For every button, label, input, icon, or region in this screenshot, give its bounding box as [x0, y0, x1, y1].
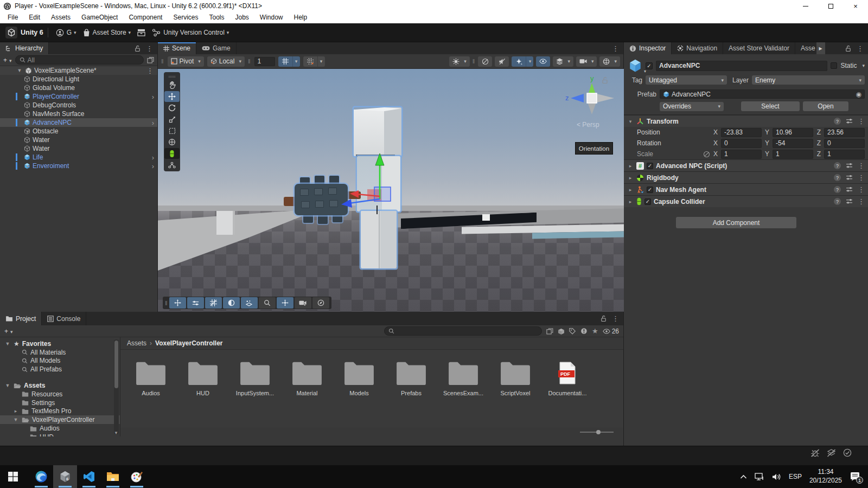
tab-project[interactable]: Project — [0, 312, 42, 325]
status-ok-icon[interactable] — [843, 448, 852, 457]
lock-icon[interactable] — [135, 45, 141, 52]
asset-folder-prefabs[interactable]: Prefabs — [390, 359, 433, 396]
scene-viewport[interactable]: ══ y z < Persp Orie — [158, 69, 624, 312]
tray-expand-icon[interactable] — [740, 474, 747, 479]
show-children-icon[interactable]: › — [152, 119, 154, 126]
component-expander-icon[interactable]: ▸ — [627, 175, 634, 181]
project-tree-all-prefabs[interactable]: All Prefabs — [0, 365, 120, 374]
project-tree-resources[interactable]: Resources — [0, 390, 120, 399]
presets-icon[interactable] — [846, 187, 853, 192]
position-y-field[interactable]: 10.96 — [773, 128, 813, 137]
asset-folder-hud[interactable]: HUD — [181, 359, 225, 396]
tab-console[interactable]: Console — [42, 312, 86, 325]
tab-game[interactable]: Game — [196, 42, 237, 54]
asset-folder-models[interactable]: Models — [337, 359, 381, 396]
tab-scroll-right-icon[interactable]: ▶ — [816, 42, 825, 54]
overlay-search-button[interactable] — [259, 297, 276, 309]
hierarchy-scene-row[interactable]: ▼VoxelExampleScene*⋮ — [0, 66, 157, 75]
menu-component[interactable]: Component — [123, 12, 168, 23]
grid-size-field[interactable]: 1 — [254, 57, 275, 66]
active-checkbox[interactable]: ✓ — [646, 62, 653, 69]
taskbar-vscode[interactable] — [77, 465, 101, 488]
effects-dropdown[interactable]: ▾ — [526, 56, 533, 67]
help-icon[interactable]: ? — [834, 174, 841, 181]
draw-mode-dropdown[interactable]: ▾ — [449, 56, 470, 67]
tag-dropdown[interactable]: Untagged▾ — [646, 75, 727, 85]
prefab-field[interactable]: AdvanceNPC ◉ — [660, 89, 865, 99]
taskbar-explorer[interactable] — [101, 465, 125, 488]
increment-snap-toggle[interactable] — [303, 56, 317, 67]
visibility-toggle[interactable]: 26 — [603, 328, 619, 335]
asset-folder-scenesexam-[interactable]: ScenesExam... — [442, 359, 485, 396]
component-advanced-npc-script-[interactable]: ▸#✓Advanced NPC (Script)?⋮ — [624, 159, 868, 171]
grid-snap-toggle[interactable] — [278, 56, 292, 67]
debugger-disabled-icon[interactable] — [810, 449, 820, 457]
component-menu-icon[interactable]: ⋮ — [858, 117, 865, 125]
expander-icon[interactable]: ▸ — [25, 120, 31, 125]
menu-services[interactable]: Services — [168, 12, 203, 23]
hierarchy-item-life[interactable]: Life› — [0, 153, 157, 162]
tab-hierarchy[interactable]: Hierarchy — [0, 42, 49, 54]
static-dropdown-icon[interactable]: ▾ — [862, 63, 865, 68]
overlay-sphere-button[interactable] — [223, 297, 240, 309]
language-indicator[interactable]: ESP — [789, 473, 802, 480]
help-icon[interactable]: ? — [834, 118, 841, 125]
presets-icon[interactable] — [846, 163, 853, 169]
rect-tool[interactable] — [164, 125, 180, 136]
breadcrumb-current-folder[interactable]: VoxelPlayerController — [155, 339, 223, 347]
camera-dropdown[interactable]: ▾ — [576, 56, 597, 67]
component-rigidbody[interactable]: ▸Rigidbody?⋮ — [624, 171, 868, 183]
layers-dropdown[interactable]: ▾ — [553, 56, 573, 67]
menu-help[interactable]: Help — [289, 12, 313, 23]
scene-row-menu-icon[interactable]: ⋮ — [146, 67, 154, 75]
layer-dropdown[interactable]: Enemy▾ — [752, 75, 865, 85]
version-control-dropdown[interactable]: Unity Version Control▾ — [149, 27, 232, 38]
position-x-field[interactable]: -23.83 — [721, 128, 762, 137]
tab-overflow-partial[interactable]: Asse — [795, 42, 816, 54]
expander-icon[interactable]: ▼ — [12, 417, 19, 422]
component-menu-icon[interactable]: ⋮ — [858, 162, 865, 170]
position-z-field[interactable]: 23.56 — [824, 128, 865, 137]
add-component-button[interactable]: Add Component — [676, 217, 796, 228]
view-lock-icon[interactable] — [602, 76, 608, 84]
local-toggle[interactable]: Local▾ — [207, 56, 245, 67]
component-expander-icon[interactable]: ▸ — [627, 187, 634, 192]
project-tree-favorites[interactable]: ▼★Favorites — [0, 339, 120, 348]
asset-folder-audios[interactable]: Audios — [129, 359, 173, 396]
gameobject-icon[interactable]: ▾ — [628, 59, 642, 73]
project-search-input[interactable] — [384, 326, 542, 336]
transform-header[interactable]: ▾ Transform ? ⋮ — [624, 115, 868, 127]
breadcrumb-assets[interactable]: Assets — [127, 339, 146, 347]
overlay-grid-button[interactable] — [205, 297, 222, 309]
project-tree-audios[interactable]: Audios — [0, 424, 120, 433]
hand-tool[interactable] — [164, 80, 180, 91]
volume-icon[interactable] — [772, 473, 781, 480]
scene-expander-icon[interactable]: ▼ — [16, 68, 23, 73]
hierarchy-menu-icon[interactable]: ⋮ — [146, 44, 153, 53]
component-enabled-checkbox[interactable]: ✓ — [644, 198, 651, 205]
taskbar-paint[interactable] — [125, 465, 149, 488]
presets-icon[interactable] — [846, 198, 853, 204]
component-enabled-checkbox[interactable]: ✓ — [647, 163, 653, 169]
notification-center[interactable]: 1 — [850, 472, 860, 481]
add-object-button[interactable]: +▾ — [3, 56, 12, 64]
cache-disabled-icon[interactable] — [827, 449, 836, 457]
hierarchy-item-water[interactable]: Water — [0, 144, 157, 153]
increment-snap-dropdown[interactable]: ▾ — [317, 56, 325, 67]
project-menu-icon[interactable]: ⋮ — [612, 314, 619, 323]
project-tree-hud[interactable]: HUD — [0, 433, 120, 436]
npc-legs[interactable] — [361, 211, 397, 268]
taskbar-clock[interactable]: 11:34 20/12/2025 — [809, 468, 842, 485]
rotation-y-field[interactable]: -54 — [773, 139, 813, 148]
expander-icon[interactable]: ▼ — [4, 383, 11, 388]
component-expander-icon[interactable]: ▸ — [627, 163, 634, 169]
rotation-x-field[interactable]: 0 — [721, 139, 762, 148]
menu-jobs[interactable]: Jobs — [229, 12, 254, 23]
menu-gameobject[interactable]: GameObject — [76, 12, 123, 23]
component-menu-icon[interactable]: ⋮ — [858, 197, 865, 206]
rotation-z-field[interactable]: 0 — [824, 139, 865, 148]
hierarchy-item-enveroiment[interactable]: ▸Enveroiment› — [0, 162, 157, 170]
tab-navigation[interactable]: Navigation — [672, 42, 723, 54]
asset-store-dropdown[interactable]: Asset Store▾ — [80, 27, 135, 38]
menu-window[interactable]: Window — [254, 12, 289, 23]
